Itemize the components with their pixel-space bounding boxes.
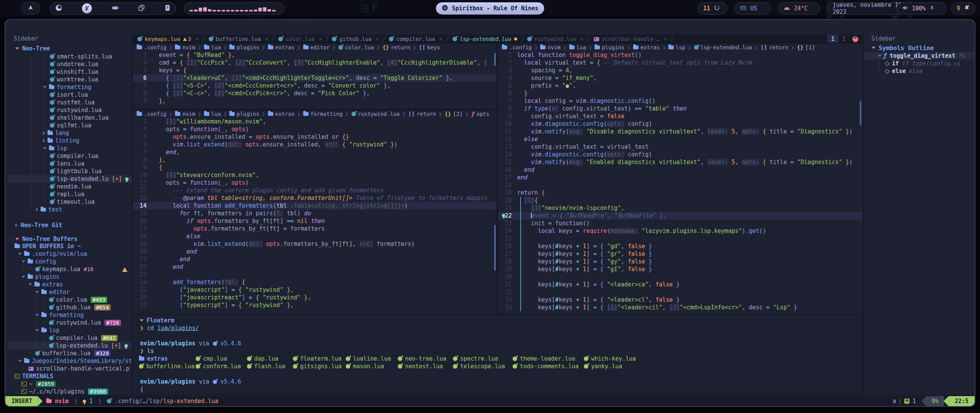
close-icon[interactable]: ×	[580, 36, 583, 42]
code-line[interactable]: 19 vim.list_extend(dst: opts.formatters_…	[133, 240, 497, 248]
tree-item[interactable]: │ │ │ shellharden.lua	[8, 114, 132, 122]
tab-compiler-lua[interactable]: compiler.lua×	[384, 34, 447, 44]
code-line[interactable]: 3 spacing = 4,	[498, 67, 862, 74]
tree-item[interactable]: │ │ └ timeout.lua	[8, 198, 132, 206]
editor-pane-color-lua[interactable]: .config❯nvim❯lua❯plugins❯extras❯editor❯c…	[133, 44, 497, 109]
listing-item[interactable]: conform.lua	[196, 363, 241, 370]
tree-item[interactable]: Juegos/Indies/SteamLibrary/st	[8, 357, 132, 365]
tree-item[interactable]: │ │ compiler.lua#682	[8, 334, 132, 342]
tree-item[interactable]: lsp	[8, 327, 132, 334]
listing-item[interactable]: telescope.lua	[453, 363, 505, 370]
breadcrumb-item[interactable]: rustywind.lua	[358, 110, 400, 118]
code-line[interactable]: 31 keys[#keys + 1] = { "<leader>ca", fal…	[498, 281, 862, 288]
code-line[interactable]: 10 vim.diagnostic.config(opts: config)	[498, 120, 862, 128]
code-line[interactable]: 18 else	[133, 233, 497, 240]
editor-pane-rustywind-lua[interactable]: .config❯nvim❯lua❯plugins❯extras❯formatti…	[133, 110, 497, 314]
code-line[interactable]: 13 config.virtual_text = virtual_text	[498, 143, 862, 151]
breadcrumb-item[interactable]: plugins	[237, 44, 259, 51]
tree-item[interactable]: │ └ rustywind.lua#726	[8, 319, 132, 327]
code-line[interactable]: 9 },	[133, 97, 497, 105]
section-neo-tree-buffers[interactable]: Neo-Tree Buffers	[8, 234, 132, 242]
code-line[interactable]: 20 end	[133, 248, 497, 255]
breadcrumb-item[interactable]: nvim	[182, 44, 195, 51]
close-icon[interactable]: ×	[376, 36, 379, 42]
code-line[interactable]: 30	[498, 273, 862, 281]
breadcrumb-item[interactable]: .config	[509, 44, 532, 51]
tree-item[interactable]: .config/nvim/lua	[8, 250, 132, 258]
listing-item[interactable]: dap.lua	[247, 355, 278, 363]
breadcrumb-item[interactable]: opts	[476, 110, 489, 118]
divider[interactable]	[497, 44, 498, 314]
breadcrumb-item[interactable]: editor	[310, 44, 330, 51]
tree-item[interactable]: │ │ linting	[8, 137, 132, 145]
code-line[interactable]: 20 [1]{	[498, 197, 862, 204]
code-line[interactable]: 27 keys[#keys + 1] = { "gr", false }	[498, 250, 862, 258]
breadcrumb-item[interactable]: return	[769, 44, 789, 51]
floaterm-header[interactable]: Floaterm	[133, 317, 862, 324]
code-line[interactable]: 34 keys[#keys + 1] = { [1]"<leader>cil",…	[498, 304, 862, 311]
tab-lsp-extended-lua[interactable]: lsp-extended.lua	[448, 34, 522, 44]
tree-item[interactable]: │ │ │ undotree.lua	[8, 60, 132, 68]
listing-item[interactable]: spectre.lua	[453, 355, 498, 363]
tree-item[interactable]: │ └ lsp-extended.lu[+]	[8, 342, 132, 350]
code-line[interactable]: 18	[498, 181, 862, 189]
code-line[interactable]: 21 [1]"neovim/nvim-lspconfig",	[498, 204, 862, 212]
code-line[interactable]: 6 }	[498, 89, 862, 97]
tree-item[interactable]: └ bufferline.lua#328	[8, 350, 132, 357]
tree-item[interactable]: │ │ │ repl.lua	[8, 190, 132, 198]
tree-item[interactable]: │ │ │ winshift.lua	[8, 68, 132, 76]
tab-keymaps-lua[interactable]: keymaps.lua3×	[133, 34, 203, 44]
tree-item[interactable]: │ │ └ sqlfmt.lua	[8, 122, 132, 129]
code-line[interactable]: 22 event = { "BufReadPre", "BufNewFile" …	[498, 212, 862, 220]
tree-item[interactable]: │ │ │ smart-splits.lua	[8, 53, 132, 60]
code-line[interactable]: 25 ["javascript"] = { "rustywind" },	[133, 286, 497, 294]
breadcrumb-item[interactable]: .config	[144, 110, 167, 118]
code-line[interactable]: 8 if type(v: config.virtual_text) == "ta…	[498, 105, 862, 112]
code-line[interactable]: 4 source = "if_many",	[498, 74, 862, 82]
breadcrumb-item[interactable]: return	[391, 44, 410, 51]
code-line[interactable]: 5 keys = {	[133, 67, 497, 74]
code-line[interactable]: 3 event = { "BufRead" },	[133, 51, 497, 59]
breadcrumb-item[interactable]: color.lua	[345, 44, 374, 51]
code-line[interactable]: 23	[133, 271, 497, 278]
code-line[interactable]: 32	[498, 288, 862, 296]
breadcrumb-item[interactable]: extras	[275, 44, 295, 51]
tab-color-lua[interactable]: color.lua×	[274, 34, 327, 44]
code-line[interactable]: 15 for ft, formatters in pairs(t: tbl) d…	[133, 210, 497, 217]
listing-item[interactable]: flash.lua	[247, 363, 285, 370]
close-icon[interactable]: ×	[195, 36, 198, 42]
breadcrumb-item[interactable]: return	[416, 110, 436, 118]
code-line[interactable]: 6 { [1]"<leader>uC", [2]"<cmd>CccHighlig…	[133, 74, 497, 82]
code-line[interactable]: 15 vim.notify(msg: "Enabled diagnostics …	[498, 158, 862, 166]
tree-item[interactable]: │ test	[8, 206, 132, 213]
code-line[interactable]: 2 local virtual_text = { -- Default virt…	[498, 59, 862, 67]
now-playing-widget[interactable]: Spiritbox - Rule Of Nines	[436, 2, 544, 15]
close-icon[interactable]: ×	[439, 36, 442, 42]
code-line[interactable]: 3 [1]"williamboman/mason.nvim",	[133, 118, 497, 125]
tab-bufferline-lua[interactable]: bufferline.lua×	[204, 34, 273, 44]
outline-item[interactable]: └ elseelse	[864, 67, 975, 75]
code-line[interactable]: 7 { [1]"<S-C>", [2]"<cmd>CccConvert<cr>"…	[133, 82, 497, 89]
tab-github-lua[interactable]: github.lua×	[327, 34, 384, 44]
tab-rustywind-lua[interactable]: rustywind.lua×	[523, 34, 588, 44]
tree-item[interactable]: └ scrollbar-handle-vertical.p	[8, 365, 132, 372]
breadcrumb-item[interactable]: lua	[211, 110, 221, 118]
tree-item[interactable]: │ │ │ neodim.lua	[8, 183, 132, 190]
listing-item[interactable]: floaterm.lua	[293, 355, 341, 363]
tree-item[interactable]: │ │ │ lightbulb.lua	[8, 167, 132, 175]
breadcrumb-item[interactable]: plugins	[602, 44, 624, 51]
code-line[interactable]: 16 end	[498, 166, 862, 174]
close-all-icon[interactable]	[853, 36, 858, 42]
code-line[interactable]: 26 keys[#keys + 1] = { "gd", false }	[498, 242, 862, 250]
tab-scrollbar-handle-[interactable]: scrollbar-handle-…×	[589, 34, 672, 44]
tree-item[interactable]: │ │ │ compiler.lua	[8, 152, 132, 160]
code-line[interactable]: 12 else	[498, 135, 862, 143]
breadcrumb-item[interactable]: [1]	[805, 44, 815, 51]
code-line[interactable]: 9 {	[133, 164, 497, 171]
tree-item[interactable]: │ │ │ isort.lua	[8, 91, 132, 99]
breadcrumb-item[interactable]: lsp	[676, 44, 685, 51]
tree-item[interactable]: config	[8, 258, 132, 265]
code-line[interactable]: 11 vim.notify(msg: "Disable diagnostics …	[498, 128, 862, 135]
listing-item[interactable]: neotest.lua	[398, 363, 443, 370]
code-line[interactable]: 29 keys[#keys + 1] = { "gI", false }	[498, 265, 862, 273]
